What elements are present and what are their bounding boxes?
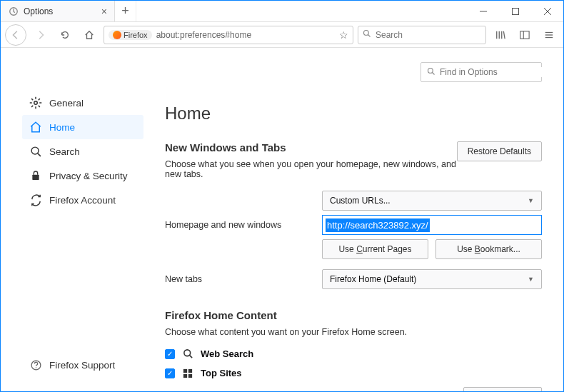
section-desc: Choose what you see when you open your h… [165, 159, 457, 179]
gear-icon [29, 96, 42, 109]
svg-rect-2 [512, 8, 518, 14]
close-window-button[interactable] [531, 1, 563, 22]
identity-box[interactable]: Firefox [109, 30, 152, 40]
sidebar-label: Privacy & Security [49, 171, 128, 181]
web-search-label: Web Search [201, 348, 253, 359]
new-tab-button[interactable]: + [115, 1, 136, 21]
main-panel: Home New Windows and Tabs Choose what yo… [143, 48, 563, 391]
sidebar-label: Firefox Account [49, 195, 116, 206]
identity-label: Firefox [124, 31, 148, 39]
search-icon [427, 67, 435, 78]
sync-icon [29, 194, 42, 206]
homepage-url-value: http://search323892.xyz/ [326, 218, 430, 232]
maximize-button[interactable] [499, 1, 531, 22]
sidebar-label: Search [49, 146, 80, 157]
svg-rect-28 [183, 373, 187, 377]
section-desc: Choose what content you want on your Fir… [165, 327, 542, 337]
forward-button[interactable] [31, 25, 51, 45]
navbar: Firefox about:preferences#home ☆ [1, 22, 563, 48]
help-icon [29, 358, 42, 371]
newtabs-select[interactable]: Firefox Home (Default) ▼ [322, 269, 542, 289]
restore-defaults-button[interactable]: Restore Defaults [457, 141, 542, 161]
svg-rect-11 [520, 31, 529, 39]
homepage-select[interactable]: Custom URLs... ▼ [322, 191, 542, 211]
svg-line-25 [189, 355, 192, 358]
sidebar-label: Home [49, 122, 75, 133]
lock-icon [29, 169, 42, 182]
svg-point-5 [364, 31, 369, 36]
select-value: Firefox Home (Default) [330, 274, 416, 284]
homepage-label: Homepage and new windows [165, 220, 322, 230]
select-value: Custom URLs... [330, 196, 391, 206]
titlebar: Options × + [1, 1, 563, 22]
sidebar-label: General [49, 98, 84, 109]
sidebar-label: Firefox Support [49, 360, 115, 371]
svg-rect-29 [188, 373, 192, 377]
sidebar-button[interactable] [515, 25, 535, 45]
sidebar-item-search[interactable]: Search [22, 139, 143, 164]
sidebar-item-general[interactable]: General [22, 91, 143, 115]
svg-point-24 [183, 350, 190, 356]
search-icon [29, 145, 42, 158]
search-icon [363, 29, 371, 40]
menu-button[interactable] [539, 25, 559, 45]
window-controls [467, 1, 563, 21]
bookmark-star-icon[interactable]: ☆ [339, 29, 348, 41]
section-heading: Firefox Home Content [165, 309, 542, 321]
browser-tab[interactable]: Options × [1, 1, 115, 21]
sidebar-item-account[interactable]: Firefox Account [22, 188, 143, 212]
reload-button[interactable] [55, 25, 75, 45]
sidebar-item-privacy[interactable]: Privacy & Security [22, 164, 143, 188]
chevron-down-icon: ▼ [528, 197, 534, 204]
grid-icon [182, 368, 193, 378]
top-sites-rows-select[interactable]: 1 row ▼ [463, 387, 542, 391]
section-heading: New Windows and Tabs [165, 141, 457, 154]
svg-line-18 [37, 153, 40, 156]
search-input[interactable] [376, 30, 483, 40]
firefox-icon [113, 31, 121, 39]
svg-rect-19 [32, 175, 39, 180]
url-bar[interactable]: Firefox about:preferences#home ☆ [104, 26, 353, 44]
url-text[interactable]: about:preferences#home [156, 30, 339, 40]
use-current-pages-button[interactable]: Use Current Pages [322, 239, 428, 259]
find-in-options[interactable] [421, 62, 542, 82]
svg-point-21 [35, 367, 36, 368]
use-bookmark-button[interactable]: Use Bookmark... [435, 239, 542, 259]
search-bar[interactable] [358, 26, 486, 44]
home-button[interactable] [79, 25, 99, 45]
back-button[interactable] [5, 24, 26, 46]
sidebar: General Home Search Privacy & Security F… [1, 48, 143, 391]
svg-line-23 [433, 72, 435, 74]
find-input[interactable] [440, 67, 547, 77]
svg-point-17 [31, 147, 39, 154]
sidebar-item-home[interactable]: Home [22, 115, 143, 139]
search-icon [182, 348, 193, 359]
svg-rect-27 [188, 368, 192, 372]
minimize-button[interactable] [467, 1, 499, 22]
web-search-checkbox[interactable]: ✓ [165, 349, 175, 359]
page-title: Home [165, 104, 542, 124]
top-sites-subtext: The sites you visit most [193, 390, 283, 391]
tab-close-icon[interactable]: × [101, 6, 107, 17]
chevron-down-icon: ▼ [528, 276, 534, 283]
svg-point-16 [34, 101, 38, 105]
home-icon [29, 121, 42, 134]
svg-point-22 [428, 68, 433, 73]
svg-line-10 [503, 31, 505, 39]
svg-line-6 [368, 35, 371, 37]
tab-title: Options [24, 6, 101, 16]
newtabs-label: New tabs [165, 274, 322, 284]
svg-rect-26 [183, 368, 187, 372]
top-sites-checkbox[interactable]: ✓ [165, 368, 175, 378]
library-button[interactable] [490, 25, 510, 45]
homepage-url-input[interactable]: http://search323892.xyz/ [322, 215, 542, 235]
tab-favicon-icon [8, 6, 19, 17]
top-sites-label: Top Sites [201, 368, 242, 378]
sidebar-item-support[interactable]: Firefox Support [22, 353, 122, 377]
content: General Home Search Privacy & Security F… [1, 48, 563, 391]
